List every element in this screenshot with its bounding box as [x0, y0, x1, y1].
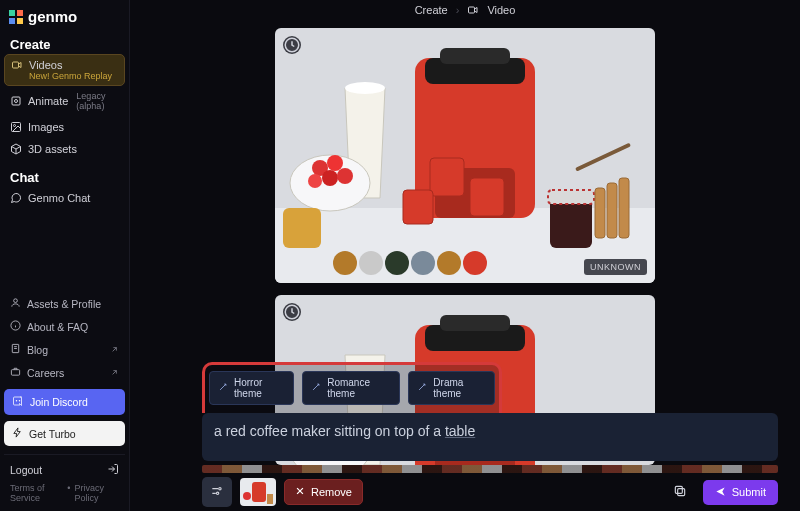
svg-point-26 — [308, 174, 322, 188]
link-label: Careers — [27, 367, 64, 379]
copy-icon — [673, 484, 687, 501]
svg-rect-28 — [470, 178, 504, 216]
wand-icon — [311, 382, 321, 394]
wand-icon — [417, 382, 427, 394]
breadcrumb-create[interactable]: Create — [415, 4, 448, 16]
copy-button[interactable] — [665, 477, 695, 507]
svg-rect-3 — [17, 18, 23, 24]
clock-badge-icon — [283, 36, 301, 54]
svg-point-38 — [359, 251, 383, 275]
svg-rect-1 — [17, 10, 23, 16]
sidebar-link-about-faq[interactable]: About & FAQ — [4, 316, 125, 337]
image-icon — [10, 121, 22, 133]
sidebar-heading-chat: Chat — [4, 166, 125, 187]
link-label: Assets & Profile — [27, 298, 101, 310]
svg-rect-18 — [440, 48, 510, 64]
breadcrumb-video[interactable]: Video — [487, 4, 515, 16]
settings-button[interactable] — [202, 477, 232, 507]
composer: Horror theme Romance theme Drama theme a… — [202, 362, 778, 507]
svg-rect-4 — [13, 62, 19, 68]
chip-label: Drama theme — [433, 377, 486, 399]
svg-point-25 — [337, 168, 353, 184]
chat-icon — [10, 192, 22, 204]
sidebar-item-3d-assets[interactable]: 3D assets — [4, 138, 125, 160]
legal-links: Terms of Service • Privacy Policy — [4, 481, 125, 505]
unknown-badge: UNKNOWN — [584, 259, 647, 275]
sidebar-item-subtext: New! Genmo Replay — [11, 71, 112, 81]
button-label: Join Discord — [30, 396, 88, 408]
prompt-input[interactable]: a red coffee maker sitting on top of a t… — [202, 413, 778, 461]
svg-rect-13 — [469, 7, 475, 13]
button-label: Remove — [311, 486, 352, 498]
doc-icon — [10, 343, 21, 356]
sidebar-item-genmo-chat[interactable]: Genmo Chat — [4, 187, 125, 209]
breadcrumb: Create › Video — [150, 4, 780, 24]
thumbnail-strip — [202, 465, 778, 473]
sliders-icon — [210, 484, 224, 501]
info-icon — [10, 320, 21, 333]
svg-rect-35 — [607, 183, 617, 238]
svg-point-57 — [219, 487, 221, 489]
sidebar-item-label: 3D assets — [28, 143, 77, 155]
svg-point-41 — [437, 251, 461, 275]
animate-icon — [10, 95, 22, 107]
submit-button[interactable]: Submit — [703, 480, 778, 505]
sidebar-item-label: Images — [28, 121, 64, 133]
svg-rect-0 — [9, 10, 15, 16]
chevron-right-icon: › — [456, 4, 460, 16]
sidebar-item-videos[interactable]: Videos New! Genmo Replay — [4, 54, 125, 86]
sidebar-link-blog[interactable]: Blog — [4, 339, 125, 360]
logout-icon — [107, 463, 119, 477]
button-label: Logout — [10, 464, 42, 476]
svg-point-40 — [411, 251, 435, 275]
svg-point-8 — [14, 125, 16, 127]
wand-icon — [218, 382, 228, 394]
user-icon — [10, 297, 21, 310]
brand-logo[interactable]: genmo — [4, 6, 125, 33]
chip-label: Romance theme — [327, 377, 391, 399]
svg-rect-12 — [11, 370, 19, 376]
external-link-icon — [110, 367, 119, 379]
external-link-icon — [110, 344, 119, 356]
main-area: Create › Video — [130, 0, 800, 511]
join-discord-button[interactable]: Join Discord — [4, 389, 125, 415]
svg-point-6 — [15, 100, 18, 103]
button-label: Submit — [732, 486, 766, 498]
sidebar: genmo Create Videos New! Genmo Replay An… — [0, 0, 130, 511]
attached-image-thumbnail[interactable] — [240, 478, 276, 506]
theme-chip-horror[interactable]: Horror theme — [209, 371, 294, 405]
terms-link[interactable]: Terms of Service — [10, 483, 63, 503]
remove-button[interactable]: Remove — [284, 479, 363, 505]
svg-rect-2 — [9, 18, 15, 24]
sidebar-item-legacy: Legacy (alpha) — [76, 91, 119, 111]
prompt-text-underlined: table — [445, 423, 475, 439]
brand-name: genmo — [28, 8, 77, 25]
svg-point-61 — [243, 492, 251, 500]
svg-rect-36 — [619, 178, 629, 238]
svg-point-39 — [385, 251, 409, 275]
svg-rect-30 — [283, 208, 321, 248]
briefcase-icon — [10, 366, 21, 379]
theme-chip-romance[interactable]: Romance theme — [302, 371, 400, 405]
button-label: Get Turbo — [29, 428, 76, 440]
logout-button[interactable]: Logout — [4, 454, 125, 479]
svg-rect-63 — [677, 488, 684, 495]
svg-rect-60 — [252, 482, 266, 502]
send-icon — [715, 486, 726, 499]
sidebar-link-assets-profile[interactable]: Assets & Profile — [4, 293, 125, 314]
discord-icon — [12, 395, 24, 409]
sidebar-item-images[interactable]: Images — [4, 116, 125, 138]
sidebar-item-animate[interactable]: Animate Legacy (alpha) — [4, 86, 125, 116]
svg-point-20 — [345, 82, 385, 94]
video-camera-icon — [467, 4, 479, 16]
get-turbo-button[interactable]: Get Turbo — [4, 421, 125, 446]
theme-chip-drama[interactable]: Drama theme — [408, 371, 495, 405]
sidebar-link-careers[interactable]: Careers — [4, 362, 125, 383]
theme-suggestions-row: Horror theme Romance theme Drama theme — [202, 362, 502, 413]
privacy-link[interactable]: Privacy Policy — [74, 483, 119, 503]
close-icon — [295, 486, 305, 498]
chip-label: Horror theme — [234, 377, 285, 399]
svg-rect-64 — [675, 486, 682, 493]
svg-rect-49 — [440, 315, 510, 331]
generated-image-1[interactable]: UNKNOWN — [275, 28, 655, 283]
